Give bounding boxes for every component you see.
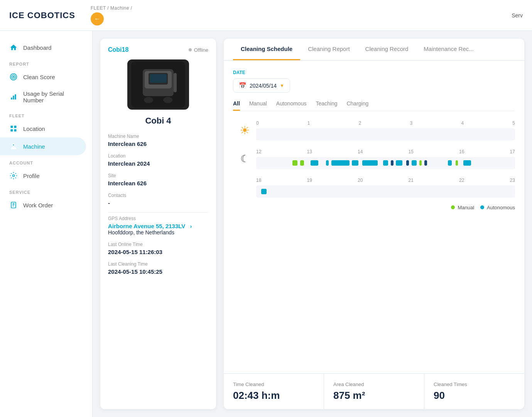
bar-chart-icon xyxy=(9,93,18,101)
site-label: Site xyxy=(108,173,208,178)
clipboard-icon xyxy=(9,201,18,209)
svg-point-2 xyxy=(13,76,14,77)
timeline-area: ☀ 0 1 2 3 4 5 xyxy=(233,119,515,210)
legend-label-autonomous: Autonomous xyxy=(487,205,515,210)
info-gps: GPS Address Airborne Avenue 55, 2133LV ›… xyxy=(108,216,208,236)
timeline-bars-evening xyxy=(256,185,515,198)
calendar-icon: 📅 xyxy=(239,82,247,89)
bar-2 xyxy=(300,160,304,166)
back-icon: ← xyxy=(94,15,100,22)
status-text: Offline xyxy=(194,47,208,53)
machine-svg xyxy=(131,61,185,108)
timeline-axis-morning: 0 1 2 3 4 5 xyxy=(256,119,515,127)
svg-point-1 xyxy=(12,75,15,79)
machine-name-label: Machine Name xyxy=(108,134,208,139)
date-picker-row: 📅 2024/05/14 ▼ xyxy=(233,78,515,93)
bar-14 xyxy=(424,160,427,166)
gps-value[interactable]: Airborne Avenue 55, 2133LV › xyxy=(108,223,208,229)
status-dot xyxy=(189,48,192,51)
divider-1 xyxy=(108,212,208,213)
timeline-grid-morning: 0 1 2 3 4 5 xyxy=(256,119,515,141)
breadcrumb: FLEET / Machine / xyxy=(91,5,132,11)
timeline-axis-afternoon: 12 13 14 15 16 17 xyxy=(256,147,515,156)
sidebar-item-work-order[interactable]: Work Order xyxy=(0,196,92,214)
last-online-value: 2024-05-15 11:26:03 xyxy=(108,249,208,255)
bar-9 xyxy=(391,160,394,166)
sidebar-label-location: Location xyxy=(23,125,45,132)
tab-cleaning-record[interactable]: Cleaning Record xyxy=(358,39,416,60)
tab-cleaning-report[interactable]: Cleaning Report xyxy=(300,39,357,60)
sidebar-item-location[interactable]: Location xyxy=(0,120,92,137)
robot-icon xyxy=(9,142,18,151)
tabs-bar: Cleaning Schedule Cleaning Report Cleani… xyxy=(224,39,524,61)
timeline-bars-afternoon xyxy=(256,157,515,169)
tab-maintenance-rec[interactable]: Maintenance Rec... xyxy=(416,39,481,60)
date-picker-button[interactable]: 📅 2024/05/14 ▼ xyxy=(233,78,290,93)
svg-rect-7 xyxy=(14,126,17,128)
cleaned-times-value: 90 xyxy=(434,390,515,402)
sidebar-label-work-order: Work Order xyxy=(23,202,53,208)
legend-dot-manual xyxy=(451,205,455,209)
machine-card: Cobi18 Offline xyxy=(100,39,216,409)
timeline-grid-evening: 18 19 20 21 22 23 xyxy=(256,176,515,198)
machine-image xyxy=(108,59,208,110)
filter-tab-all[interactable]: All xyxy=(233,100,240,111)
filter-tab-autonomous[interactable]: Autonomous xyxy=(276,100,307,111)
svg-point-11 xyxy=(13,144,14,146)
sidebar-label-usage: Usage by Serial Number xyxy=(23,90,83,103)
svg-rect-6 xyxy=(11,126,13,128)
sidebar-label-profile: Profile xyxy=(23,173,40,179)
grid-icon xyxy=(9,124,18,133)
tab-cleaning-schedule[interactable]: Cleaning Schedule xyxy=(233,39,300,60)
svg-rect-3 xyxy=(11,98,12,100)
svg-point-20 xyxy=(163,97,172,103)
bar-15 xyxy=(448,160,452,166)
machine-display-name: Cobi 4 xyxy=(108,116,208,126)
schedule-content: Date 📅 2024/05/14 ▼ All Manual xyxy=(224,61,524,373)
stats-row: Time Cleaned 02:43 h:m Area Cleaned 875 … xyxy=(224,373,524,409)
sidebar-item-usage[interactable]: Usage by Serial Number xyxy=(0,86,92,108)
sidebar-item-clean-score[interactable]: Clean Score xyxy=(0,68,92,86)
back-button[interactable]: ← xyxy=(91,12,104,25)
stat-time-cleaned: Time Cleaned 02:43 h:m xyxy=(224,374,324,409)
last-cleaning-label: Last Cleaning Time xyxy=(108,261,208,267)
contacts-label: Contacts xyxy=(108,193,208,198)
timeline-axis-evening: 18 19 20 21 22 23 xyxy=(256,176,515,185)
info-location: Location Interclean 2024 xyxy=(108,153,208,167)
sidebar-item-dashboard[interactable]: Dashboard xyxy=(0,39,92,56)
timeline-row-evening: 18 19 20 21 22 23 xyxy=(233,176,515,198)
stat-area-cleaned: Area Cleaned 875 m² xyxy=(324,374,424,409)
filter-tabs: All Manual Autonomous Teaching Charging xyxy=(233,100,515,111)
bar-17 xyxy=(463,160,471,166)
status-badge: Offline xyxy=(189,47,208,53)
home-icon xyxy=(9,43,18,52)
bar-1 xyxy=(292,160,297,166)
sidebar-item-machine[interactable]: Machine xyxy=(0,137,86,155)
sidebar-item-profile[interactable]: Profile xyxy=(0,167,92,185)
dropdown-arrow-icon: ▼ xyxy=(280,83,284,88)
sidebar-label-machine: Machine xyxy=(23,143,45,150)
filter-tab-charging[interactable]: Charging xyxy=(346,100,368,111)
legend-label-manual: Manual xyxy=(458,205,474,210)
logo-text: ICE COBOTICS xyxy=(9,10,75,20)
area-cleaned-value: 875 m² xyxy=(333,390,415,402)
bar-8 xyxy=(383,160,388,166)
filter-tab-manual[interactable]: Manual xyxy=(249,100,267,111)
location-label: Location xyxy=(108,153,208,159)
right-panel: Cleaning Schedule Cleaning Report Cleani… xyxy=(224,39,524,409)
bar-13 xyxy=(419,160,422,166)
gps-line2: Hoofddorp, the Netherlands xyxy=(108,229,208,236)
section-fleet: FLEET xyxy=(0,108,92,120)
bar-3 xyxy=(311,160,318,166)
svg-rect-4 xyxy=(13,96,14,100)
logo: ICE COBOTICS xyxy=(9,10,75,20)
filter-tab-teaching[interactable]: Teaching xyxy=(316,100,337,111)
machine-id-link[interactable]: Cobi18 xyxy=(108,46,128,53)
area-cleaned-label: Area Cleaned xyxy=(333,381,415,387)
info-machine-name: Machine Name Interclean 626 xyxy=(108,134,208,147)
gear-icon xyxy=(9,171,18,180)
time-cleaned-label: Time Cleaned xyxy=(233,381,314,387)
time-cleaned-value: 02:43 h:m xyxy=(233,390,314,402)
svg-point-12 xyxy=(13,175,15,177)
breadcrumb-area: FLEET / Machine / ← xyxy=(91,5,132,25)
